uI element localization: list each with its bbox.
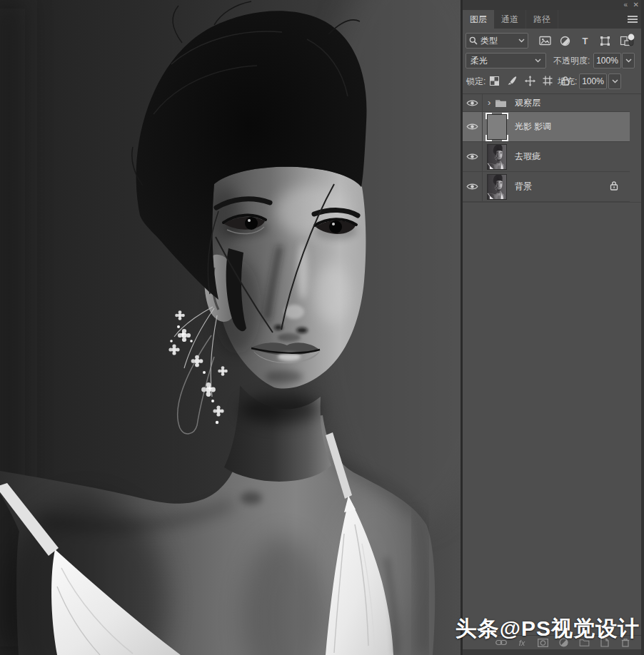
visibility-toggle[interactable]: [463, 112, 483, 141]
eye-icon: [466, 123, 478, 131]
fill-label: 填充:: [558, 76, 577, 88]
opacity-value: 100%: [596, 56, 618, 66]
filter-row: 类型 T: [463, 33, 644, 49]
lock-position-icon[interactable]: [524, 75, 535, 86]
search-icon: [469, 36, 478, 45]
thumbnail-tint: [488, 145, 506, 169]
opacity-dropdown-button[interactable]: [622, 53, 635, 68]
chevron-down-icon: [535, 59, 541, 63]
photoshop-window: « ✕ 图层 通道 路径 类型: [0, 0, 644, 655]
fill-value-box[interactable]: 100%: [579, 73, 607, 89]
layer-name: 背景: [515, 181, 532, 193]
type-letter: T: [583, 36, 588, 46]
filter-shape-layers-icon[interactable]: [598, 34, 612, 47]
lock-transparent-pixels-icon[interactable]: [488, 75, 500, 86]
filter-kind-label: 类型: [481, 35, 498, 47]
layer-row-background[interactable]: 背景: [463, 172, 630, 202]
layers-panel: « ✕ 图层 通道 路径 类型: [463, 0, 644, 655]
chevron-down-icon: [625, 59, 632, 63]
fill-value: 100%: [582, 76, 604, 86]
close-panel-icon[interactable]: ✕: [633, 1, 639, 9]
opacity-label: 不透明度:: [553, 55, 590, 67]
layer-thumbnail-photo[interactable]: [487, 174, 507, 200]
layer-name: 去瑕疵: [515, 151, 540, 163]
collapse-panels-icon[interactable]: «: [623, 1, 627, 9]
layer-name: 光影 影调: [515, 121, 551, 133]
lock-artboard-icon[interactable]: [542, 75, 553, 86]
eye-icon: [466, 183, 478, 191]
lock-label: 锁定:: [466, 76, 485, 88]
panel-right-edge: [641, 0, 644, 655]
fill-dropdown-button[interactable]: [608, 73, 621, 89]
layer-row[interactable]: 去瑕疵: [463, 142, 630, 172]
eye-icon: [466, 99, 478, 107]
layer-thumbnail-photo[interactable]: [487, 144, 507, 170]
opacity-value-box[interactable]: 100%: [593, 53, 621, 68]
filter-pixel-layers-icon[interactable]: [538, 34, 552, 47]
group-expander-icon[interactable]: ›: [488, 97, 490, 108]
watermark: 头条@PS视觉设计: [456, 614, 640, 644]
blend-mode-select[interactable]: 柔光: [466, 53, 546, 68]
blend-row: 柔光 不透明度: 100%: [463, 53, 644, 68]
layer-thumbnail-gray[interactable]: [487, 114, 507, 140]
lock-row: 锁定:: [463, 73, 644, 89]
portrait-photo: [0, 0, 461, 655]
eye-icon: [466, 153, 478, 161]
panel-header: 类型 T: [463, 33, 644, 89]
tab-paths[interactable]: 路径: [526, 10, 558, 29]
layer-row-selected[interactable]: 光影 影调: [463, 112, 630, 142]
panel-bottom-edge: [463, 649, 644, 655]
document-canvas[interactable]: [0, 0, 461, 655]
tab-layers[interactable]: 图层: [463, 10, 494, 29]
visibility-toggle[interactable]: [463, 142, 483, 171]
thumbnail-tint: [488, 175, 506, 199]
filter-kind-select[interactable]: 类型: [466, 33, 528, 49]
panel-tabs: 图层 通道 路径: [463, 10, 644, 29]
filter-adjustment-layers-icon[interactable]: [558, 34, 572, 47]
blend-mode-value: 柔光: [471, 55, 488, 67]
tab-channels[interactable]: 通道: [494, 10, 526, 29]
layer-name: 观察层: [515, 97, 540, 109]
filter-type-layers-icon[interactable]: T: [578, 34, 592, 47]
layer-row-group[interactable]: › 观察层: [463, 94, 630, 112]
chevron-down-icon: [612, 79, 618, 83]
panel-menu-icon[interactable]: [628, 16, 638, 23]
layers-list: › 观察层 光影 影调: [463, 94, 644, 203]
visibility-toggle[interactable]: [463, 172, 483, 201]
chevron-down-icon: [518, 39, 525, 43]
filter-type-icons: T: [538, 34, 632, 47]
folder-icon: [495, 98, 507, 108]
selection-brackets: [485, 113, 508, 141]
lock-image-pixels-icon[interactable]: [506, 75, 518, 86]
panel-titlebar: « ✕: [463, 0, 644, 10]
filter-on-off-toggle[interactable]: [628, 34, 635, 47]
visibility-toggle[interactable]: [463, 94, 483, 111]
background-lock-icon: [610, 181, 618, 193]
